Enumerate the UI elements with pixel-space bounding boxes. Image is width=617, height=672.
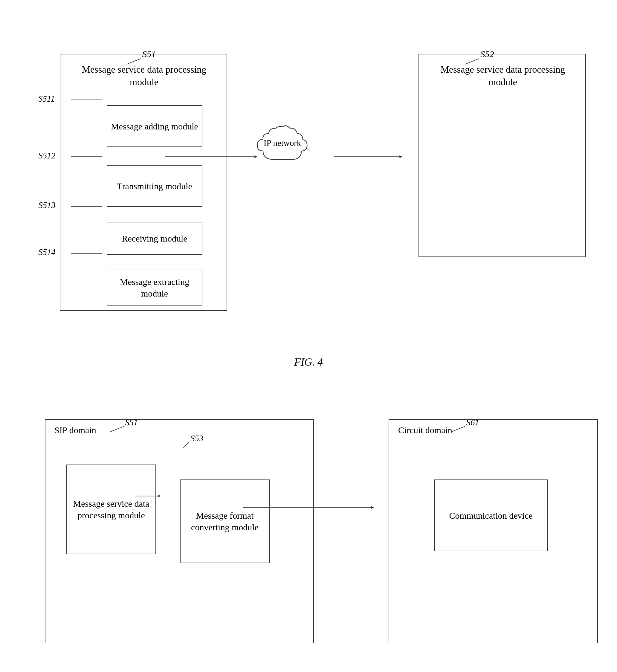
s52-outer-box: Message service data processing module bbox=[418, 54, 586, 257]
svg-text:S514: S514 bbox=[39, 247, 56, 257]
s511-module-box: Message adding module bbox=[107, 105, 202, 147]
fig5-s61-module-label: Communication device bbox=[449, 510, 533, 521]
sip-domain-box: SIP domain Message service data processi… bbox=[45, 419, 314, 643]
circuit-domain-label: Circuit domain bbox=[398, 425, 452, 435]
s51-title: Message service data processing module bbox=[78, 63, 210, 88]
fig5-s53-module: Message format converting module bbox=[180, 479, 270, 563]
sip-domain-label: SIP domain bbox=[54, 425, 96, 435]
s512-module-label: Transmitting module bbox=[117, 180, 192, 192]
svg-text:S511: S511 bbox=[39, 94, 55, 103]
s512-module-box: Transmitting module bbox=[107, 165, 202, 207]
fig4-diagram: Message service data processing module M… bbox=[30, 24, 587, 338]
fig5-s61-module: Communication device bbox=[434, 479, 548, 551]
s514-module-label: Message extracting module bbox=[110, 276, 199, 299]
page: Message service data processing module M… bbox=[0, 0, 617, 672]
svg-text:IP network: IP network bbox=[264, 139, 301, 148]
fig5-diagram: SIP domain Message service data processi… bbox=[30, 404, 587, 672]
fig5-s53-module-label: Message format converting module bbox=[184, 510, 266, 533]
s513-module-box: Receiving module bbox=[107, 222, 202, 255]
s513-module-label: Receiving module bbox=[122, 233, 187, 244]
fig5-s51-module-label: Message service data processing module bbox=[70, 498, 153, 521]
svg-marker-15 bbox=[399, 155, 402, 158]
s51-outer-box: Message service data processing module M… bbox=[60, 54, 227, 311]
fig5-s51-module: Message service data processing module bbox=[66, 465, 156, 554]
circuit-domain-box: Circuit domain Communication device bbox=[389, 419, 598, 643]
svg-text:S512: S512 bbox=[39, 151, 56, 160]
fig4-caption: FIG. 4 bbox=[30, 356, 587, 368]
svg-text:S513: S513 bbox=[39, 201, 56, 210]
svg-marker-13 bbox=[254, 155, 257, 158]
svg-marker-26 bbox=[371, 506, 374, 509]
s511-module-label: Message adding module bbox=[111, 121, 198, 132]
s514-module-box: Message extracting module bbox=[107, 270, 202, 305]
s52-title: Message service data processing module bbox=[437, 63, 569, 88]
